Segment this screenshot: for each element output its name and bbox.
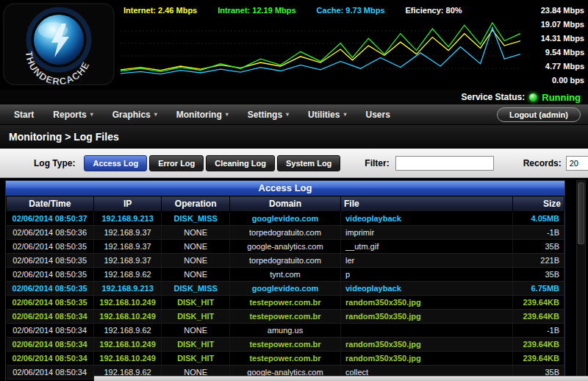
cell-operation: DISK_MISS xyxy=(162,212,230,226)
cell-file xyxy=(340,324,512,338)
cell-size: -1B xyxy=(512,324,564,338)
cell-file: random350x350.jpg xyxy=(340,352,512,366)
bandwidth-graph xyxy=(121,16,520,82)
column-header-ip: IP xyxy=(93,196,162,212)
cell-datetime: 02/06/2014 08:50:35 xyxy=(7,240,94,254)
table-row: 02/06/2014 08:50:35192.168.9.37NONEgoogl… xyxy=(7,240,564,254)
scrollbar-thumb[interactable] xyxy=(578,182,584,244)
cell-size: 4.05MB xyxy=(512,212,564,226)
cell-file: p xyxy=(340,268,512,282)
log-table-header-row: Date/TimeIPOperationDomainFileSize xyxy=(7,196,564,212)
axis-label: 0.00 bps xyxy=(552,76,584,85)
cell-ip: 192.168.10.249 xyxy=(93,352,162,366)
cell-size: 239.64KB xyxy=(512,338,564,352)
nav-item-monitoring[interactable]: Monitoring▾ xyxy=(167,104,238,124)
cell-domain: testepower.com.br xyxy=(230,338,341,352)
cell-datetime: 02/06/2014 08:50:34 xyxy=(7,352,94,366)
axis-label: 14.31 Mbps xyxy=(541,34,584,43)
cell-datetime: 02/06/2014 08:50:35 xyxy=(7,296,94,310)
axis-labels: 23.84 Mbps19.07 Mbps14.31 Mbps9.54 Mbps4… xyxy=(541,6,584,85)
cell-datetime: 02/06/2014 08:50:35 xyxy=(7,254,94,268)
status-dot-icon xyxy=(529,93,537,102)
cell-datetime: 02/06/2014 08:50:36 xyxy=(7,226,94,240)
nav-item-start[interactable]: Start xyxy=(4,104,43,124)
axis-label: 19.07 Mbps xyxy=(541,20,584,29)
log-type-button-system-log[interactable]: System Log xyxy=(277,155,340,171)
cell-operation: DISK_HIT xyxy=(162,310,230,324)
nav-item-users[interactable]: Users xyxy=(356,104,399,124)
chevron-down-icon: ▾ xyxy=(154,111,157,118)
cell-domain: torpedogratuito.com xyxy=(230,226,341,240)
cell-domain: googlevideo.com xyxy=(230,282,341,296)
navbar-items: StartReports▾Graphics▾Monitoring▾Setting… xyxy=(4,104,400,124)
cell-domain: testepower.com.br xyxy=(230,296,341,310)
table-row: 02/06/2014 08:50:34192.168.10.249DISK_HI… xyxy=(7,338,564,352)
cell-file: random350x350.jpg xyxy=(340,310,512,324)
table-row: 02/06/2014 08:50:35192.168.9.37NONEtorpe… xyxy=(7,254,564,268)
vertical-scrollbar[interactable] xyxy=(576,180,586,377)
cell-operation: DISK_HIT xyxy=(162,352,230,366)
cell-file: imprimir xyxy=(340,226,512,240)
records-label: Records: xyxy=(523,158,562,168)
column-header-operation: Operation xyxy=(162,196,230,212)
cell-operation: NONE xyxy=(162,226,230,240)
cell-ip: 192.168.9.37 xyxy=(93,254,162,268)
cell-size: 239.64KB xyxy=(512,352,564,366)
cell-ip: 192.168.9.213 xyxy=(93,212,162,226)
filter-input[interactable] xyxy=(395,156,494,171)
column-header-datetime: Date/Time xyxy=(7,196,94,212)
cell-domain: testepower.com.br xyxy=(230,310,341,324)
service-status-label: Service Status: xyxy=(462,92,526,102)
cell-operation: DISK_MISS xyxy=(162,282,230,296)
nav-item-graphics[interactable]: Graphics▾ xyxy=(103,104,167,124)
records-input[interactable] xyxy=(566,156,588,171)
cell-ip: 192.168.10.249 xyxy=(93,338,162,352)
navbar: StartReports▾Graphics▾Monitoring▾Setting… xyxy=(0,104,588,125)
service-status-bar: Service Status: Running xyxy=(0,90,588,104)
logout-button[interactable]: Logout (admin) xyxy=(497,107,581,122)
log-type-button-cleaning-log[interactable]: Cleaning Log xyxy=(206,155,275,171)
cell-size: 35B xyxy=(512,240,564,254)
nav-item-settings[interactable]: Settings▾ xyxy=(238,104,298,124)
cell-datetime: 02/06/2014 08:50:35 xyxy=(7,282,94,296)
breadcrumb: Monitoring > Log Files xyxy=(0,125,588,149)
log-type-button-access-log[interactable]: Access Log xyxy=(84,155,147,171)
cell-datetime: 02/06/2014 08:50:34 xyxy=(7,338,94,352)
filter-bar: Log Type: Access LogError LogCleaning Lo… xyxy=(0,149,588,178)
cell-ip: 192.168.10.249 xyxy=(93,296,162,310)
axis-label: 9.54 Mbps xyxy=(545,48,584,57)
table-row: 02/06/2014 08:50:35192.168.9.213DISK_MIS… xyxy=(7,282,564,296)
cell-domain: googlevideo.com xyxy=(230,212,341,226)
cell-domain: google-analytics.com xyxy=(230,240,341,254)
chevron-down-icon: ▾ xyxy=(90,111,93,118)
log-type-button-error-log[interactable]: Error Log xyxy=(149,155,204,171)
cell-size: -1B xyxy=(512,226,564,240)
cell-domain: testepower.com.br xyxy=(230,352,341,366)
cell-ip: 192.168.9.62 xyxy=(93,324,162,338)
chevron-down-icon: ▾ xyxy=(226,111,229,118)
graph-stat: Eficiency: 80% xyxy=(406,6,462,15)
thundercache-logo: THUNDERCACHE xyxy=(3,3,115,85)
axis-label: 4.77 Mbps xyxy=(545,62,584,71)
cell-operation: NONE xyxy=(162,324,230,338)
table-title: Access Log xyxy=(6,181,564,196)
nav-item-utilities[interactable]: Utilities▾ xyxy=(298,104,356,124)
table-row: 02/06/2014 08:50:34192.168.9.62NONEamung… xyxy=(7,324,564,338)
top-banner: THUNDERCACHE Internet: 2.46 MbpsIntranet… xyxy=(0,0,588,90)
cell-ip: 192.168.9.213 xyxy=(93,282,162,296)
column-header-file: File xyxy=(340,196,512,212)
nav-item-reports[interactable]: Reports▾ xyxy=(43,104,102,124)
cell-file: random350x350.jpg xyxy=(340,338,512,352)
table-row: 02/06/2014 08:50:36192.168.9.37NONEtorpe… xyxy=(7,226,564,240)
cell-operation: DISK_HIT xyxy=(162,338,230,352)
horizontal-scrollbar[interactable] xyxy=(94,376,588,381)
cell-ip: 192.168.10.249 xyxy=(93,310,162,324)
filter-label: Filter: xyxy=(365,158,389,168)
service-status-value: Running xyxy=(542,92,581,103)
cell-operation: NONE xyxy=(162,254,230,268)
cell-file: __utm.gif xyxy=(340,240,512,254)
table-row: 02/06/2014 08:50:37192.168.9.213DISK_MIS… xyxy=(7,212,564,226)
cell-domain: torpedogratuito.com xyxy=(230,254,341,268)
bandwidth-graph-panel: Internet: 2.46 MbpsIntranet: 12.19 MbpsC… xyxy=(121,4,522,85)
log-type-label: Log Type: xyxy=(34,158,75,168)
